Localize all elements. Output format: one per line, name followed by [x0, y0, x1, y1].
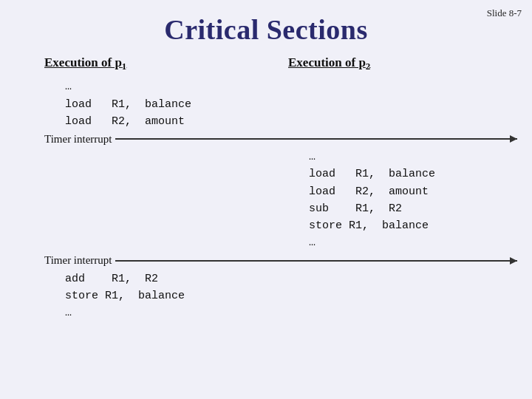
- right-col-header: Execution of p2: [288, 55, 517, 72]
- slide-label: Slide 8-7: [487, 7, 522, 19]
- left-col-header: Execution of p1: [44, 55, 273, 72]
- content-area: Execution of p1 Execution of p2 … load R…: [44, 55, 517, 384]
- timer-interrupt-2: Timer interrupt: [44, 254, 112, 267]
- left-code-section-1: … load R1, balance load R2, amount: [44, 78, 273, 130]
- left-code-section-2: add R1, R2 store R1, balance …: [44, 270, 273, 322]
- timer-interrupt-1: Timer interrupt: [44, 133, 112, 146]
- page-title: Critical Sections: [0, 0, 532, 46]
- right-code-section-1: … load R1, balance load R2, amount sub R…: [288, 149, 517, 252]
